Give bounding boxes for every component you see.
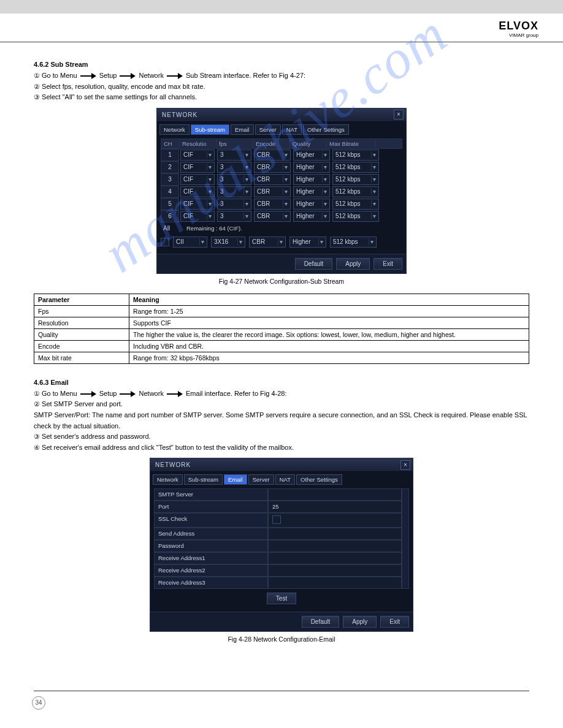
quality-dropdown[interactable]: Higher▾: [293, 174, 330, 185]
form-input[interactable]: [268, 540, 402, 552]
remaining-text: Remaining : 64 (CIF).: [180, 225, 402, 232]
tab-substream[interactable]: Sub-stream: [191, 124, 229, 135]
chevron-down-icon: ▾: [371, 188, 377, 195]
fps-dropdown[interactable]: 3▾: [217, 150, 251, 161]
quality-dropdown[interactable]: Higher▾: [293, 199, 330, 210]
step-text: ① Go to Menu: [34, 72, 77, 79]
tab-server[interactable]: Server: [248, 474, 274, 485]
all-quality-dropdown[interactable]: Higher▾: [289, 237, 326, 248]
step-text: ② Set SMTP Server and port.: [34, 399, 529, 410]
apply-button[interactable]: Apply: [336, 258, 370, 270]
step-text: Sub Stream interface. Refer to Fig 4-27:: [186, 72, 305, 79]
quality-dropdown[interactable]: Higher▾: [293, 186, 330, 197]
tab-email[interactable]: Email: [224, 474, 247, 485]
exit-button[interactable]: Exit: [380, 616, 409, 628]
apply-button[interactable]: Apply: [343, 616, 377, 628]
bitrate-dropdown[interactable]: 512 kbps▾: [332, 186, 379, 197]
fps-dropdown[interactable]: 3▾: [217, 199, 251, 210]
quality-dropdown[interactable]: Higher▾: [293, 162, 330, 173]
all-summary-row: All Remaining : 64 (CIF).: [161, 222, 402, 234]
th-parameter: Parameter: [34, 294, 129, 305]
all-checkbox[interactable]: [161, 238, 169, 246]
chevron-down-icon: ▾: [207, 151, 213, 158]
all-resolution-dropdown[interactable]: CII▾: [173, 237, 207, 248]
all-controls-row: CII▾ 3X16▾ CBR▾ Higher▾ 512 kbps▾: [161, 234, 402, 250]
form-input[interactable]: [268, 488, 402, 501]
quality-dropdown[interactable]: Higher▾: [293, 150, 330, 161]
table-row: ResolutionSupports CIF: [34, 317, 529, 328]
resolution-dropdown[interactable]: CIF▾: [180, 174, 215, 185]
col-quality: Quality: [290, 139, 327, 148]
form-input[interactable]: 25: [268, 501, 402, 513]
dialog-titlebar: NETWORK ×: [150, 458, 413, 472]
quality-dropdown[interactable]: Higher▾: [293, 211, 330, 222]
tab-nat[interactable]: NAT: [282, 124, 302, 135]
header: ELVOX VIMAR group: [0, 13, 563, 42]
tab-substream[interactable]: Sub-stream: [184, 474, 223, 485]
chevron-down-icon: ▾: [369, 238, 375, 245]
resolution-dropdown[interactable]: CIF▾: [180, 199, 215, 210]
default-button[interactable]: Default: [302, 616, 340, 628]
tab-network[interactable]: Network: [159, 124, 190, 135]
encode-dropdown[interactable]: CBR▾: [254, 199, 291, 210]
encode-dropdown[interactable]: CBR▾: [254, 162, 291, 173]
encode-dropdown[interactable]: CBR▾: [254, 186, 291, 197]
fps-dropdown[interactable]: 3▾: [217, 174, 251, 185]
close-icon[interactable]: ×: [394, 110, 404, 119]
chevron-down-icon: ▾: [283, 151, 289, 158]
table-row: QualityThe higher the value is, the clea…: [34, 328, 529, 340]
bitrate-dropdown[interactable]: 512 kbps▾: [332, 162, 379, 173]
tab-email[interactable]: Email: [231, 124, 254, 135]
dialog-title: NETWORK: [155, 461, 191, 468]
bitrate-dropdown[interactable]: 512 kbps▾: [332, 211, 379, 222]
substream-steps: ① Go to Menu Setup Network Sub Stream in…: [34, 70, 529, 103]
form-input[interactable]: [268, 552, 402, 564]
resolution-dropdown[interactable]: CIF▾: [180, 150, 215, 161]
tab-other[interactable]: Other Settings: [303, 124, 349, 135]
tab-network[interactable]: Network: [153, 474, 183, 485]
all-fps-dropdown[interactable]: 3X16▾: [211, 237, 245, 248]
close-icon[interactable]: ×: [400, 460, 410, 470]
resolution-dropdown[interactable]: CIF▾: [180, 186, 215, 197]
fps-dropdown[interactable]: 3▾: [217, 211, 251, 222]
chevron-down-icon: ▾: [243, 176, 250, 183]
dialog-title: NETWORK: [162, 112, 197, 118]
ssl-checkbox[interactable]: [272, 515, 281, 524]
encode-dropdown[interactable]: CBR▾: [254, 174, 291, 185]
tab-nat[interactable]: NAT: [275, 474, 295, 485]
encode-dropdown[interactable]: CBR▾: [254, 211, 291, 222]
bitrate-dropdown[interactable]: 512 kbps▾: [332, 174, 379, 185]
step-text: Setup: [99, 72, 117, 79]
fps-dropdown[interactable]: 3▾: [217, 186, 251, 197]
section-heading-substream: 4.6.2 Sub Stream: [34, 61, 529, 68]
fps-dropdown[interactable]: 3▾: [217, 162, 251, 173]
param-meaning: The higher the value is, the clearer the…: [129, 328, 529, 340]
exit-button[interactable]: Exit: [373, 258, 402, 270]
table-row: 6CIF▾3▾CBR▾Higher▾512 kbps▾: [161, 210, 402, 222]
all-bitrate-dropdown[interactable]: 512 kbps▾: [330, 237, 377, 248]
tab-server[interactable]: Server: [255, 124, 281, 135]
bitrate-dropdown[interactable]: 512 kbps▾: [332, 199, 379, 210]
scrollbar[interactable]: [402, 488, 409, 589]
arrow-icon: [167, 392, 183, 396]
col-maxbitrate: Max Bitrate: [327, 139, 376, 148]
all-encode-dropdown[interactable]: CBR▾: [249, 237, 286, 248]
bitrate-dropdown[interactable]: 512 kbps▾: [332, 150, 379, 161]
form-input[interactable]: [268, 528, 402, 540]
resolution-dropdown[interactable]: CIF▾: [180, 211, 215, 222]
page-content: 4.6.2 Sub Stream ① Go to Menu Setup Netw…: [0, 42, 563, 664]
form-input[interactable]: [268, 577, 402, 589]
chevron-down-icon: ▾: [207, 213, 213, 219]
chevron-down-icon: ▾: [207, 176, 213, 183]
substream-grid: CH Resolutio fps Encode Quality Max Bitr…: [161, 138, 402, 222]
tab-other[interactable]: Other Settings: [296, 474, 342, 485]
resolution-dropdown[interactable]: CIF▾: [180, 162, 215, 173]
step-text: Email interface. Refer to Fig 4-28:: [186, 390, 286, 397]
col-fps: fps: [216, 139, 253, 148]
test-button[interactable]: Test: [267, 593, 296, 604]
th-meaning: Meaning: [129, 294, 529, 305]
encode-dropdown[interactable]: CBR▾: [254, 150, 291, 161]
chevron-down-icon: ▾: [283, 213, 289, 219]
default-button[interactable]: Default: [295, 258, 333, 270]
form-input[interactable]: [268, 564, 402, 577]
